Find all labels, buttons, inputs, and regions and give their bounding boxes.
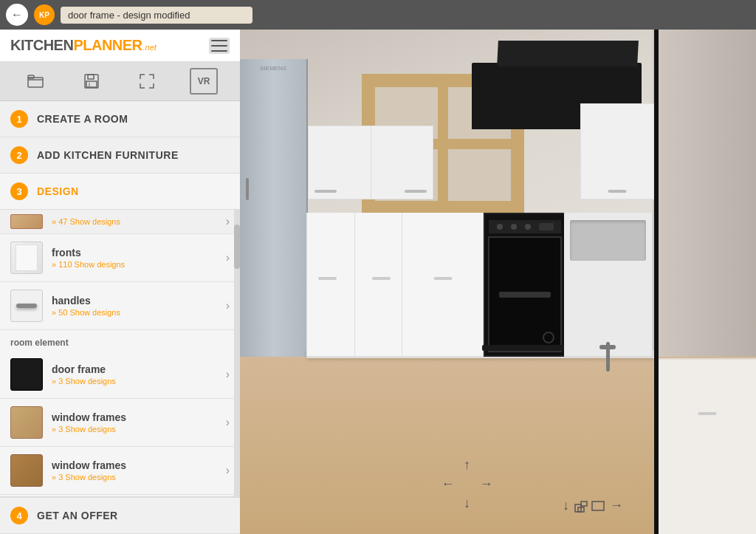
- category-handles[interactable]: handles » 50 Show designs ›: [0, 282, 240, 330]
- faucet: [599, 342, 616, 349]
- svg-rect-9: [592, 502, 604, 510]
- nav-controls: ↑ ← → ↓: [439, 456, 495, 512]
- fridge-brand: SIEMENS: [244, 65, 303, 72]
- partial-category[interactable]: » 47 Show designs ›: [0, 210, 240, 234]
- oven-door: [488, 236, 562, 352]
- app-title: KITCHENPLANNER .net: [10, 37, 157, 54]
- door-frame-name: door frame: [52, 363, 226, 375]
- upper-handle-1: [405, 190, 427, 193]
- nav-down-2[interactable]: ↓: [563, 498, 569, 513]
- svg-rect-4: [86, 81, 97, 87]
- bc1-divider: [354, 213, 355, 356]
- sidebar-logo: KITCHENPLANNER .net: [0, 30, 240, 62]
- oven-controls: [489, 220, 561, 233]
- step-1-num: 1: [10, 110, 28, 128]
- window-frames-1-name: window frames: [52, 411, 226, 423]
- partial-arrow: ›: [226, 215, 230, 228]
- fullscreen-button[interactable]: [134, 68, 160, 95]
- upper-divider: [371, 126, 371, 199]
- step-2[interactable]: 2 ADD KITCHEN FURNITURE: [0, 137, 240, 174]
- handles-sub: » 50 Show designs: [52, 308, 226, 317]
- logo-kitchen: KITCHEN: [10, 37, 73, 54]
- step-3-label: DESIGN: [37, 185, 79, 197]
- nav-up[interactable]: ↑: [464, 457, 470, 473]
- step-1[interactable]: 1 CREATE A ROOM: [0, 101, 240, 137]
- bc2-handle: [433, 277, 452, 280]
- step-4[interactable]: 4 GET AN OFFER: [0, 496, 240, 534]
- nav-down[interactable]: ↓: [464, 496, 470, 511]
- oven-display: [539, 223, 554, 230]
- oven-knob-3: [525, 224, 531, 230]
- fronts-info: fronts » 110 Show designs: [52, 247, 226, 269]
- nav-left[interactable]: ←: [441, 476, 455, 492]
- oven-knob-2: [511, 224, 517, 230]
- status-input[interactable]: [61, 7, 252, 24]
- fronts-thumb-inner: [16, 244, 38, 271]
- fridge-handle: [246, 178, 249, 200]
- svg-rect-3: [88, 75, 94, 79]
- right-door-frame: [654, 30, 756, 534]
- bc1-handle-l: [318, 277, 337, 280]
- category-fronts[interactable]: fronts » 110 Show designs ›: [0, 234, 240, 282]
- view-mode-icons: [574, 499, 605, 513]
- canvas-area[interactable]: SIEMENS: [240, 30, 756, 534]
- handles-arrow: ›: [226, 299, 230, 312]
- step-2-label: ADD KITCHEN FURNITURE: [37, 149, 179, 161]
- logo-net: .net: [143, 43, 157, 52]
- vr-button[interactable]: VR: [190, 68, 218, 95]
- door-frame-info: door frame » 3 Show designs: [52, 363, 226, 386]
- right-wall-cabinet: [580, 103, 654, 199]
- handles-thumb-inner: [16, 304, 37, 308]
- window-frames-1-arrow: ›: [226, 416, 230, 429]
- save-button[interactable]: [78, 68, 105, 95]
- window-frames-1-thumb: [10, 406, 43, 439]
- step-2-num: 2: [10, 146, 28, 164]
- category-window-frames-1[interactable]: window frames » 3 Show designs ›: [0, 399, 240, 447]
- base-cabinet-2: [402, 213, 484, 357]
- upper-handle-2: [315, 190, 337, 193]
- step-1-label: CREATE A ROOM: [37, 113, 128, 125]
- partial-sub: » 47 Show designs: [52, 217, 120, 226]
- sidebar-toolbar: VR: [0, 62, 240, 101]
- door-frame-arrow: ›: [226, 368, 230, 381]
- nav-right-2[interactable]: →: [610, 498, 623, 513]
- nav-right[interactable]: →: [480, 476, 493, 492]
- top-bar: ← KP: [0, 0, 756, 30]
- right-base-cabinet: [659, 358, 756, 534]
- window-frames-1-sub: » 3 Show designs: [52, 425, 226, 434]
- kitchen-scene: SIEMENS: [240, 30, 756, 534]
- back-button[interactable]: ←: [6, 4, 28, 26]
- room-element-title: room element: [0, 330, 240, 351]
- faucet-spout: [599, 345, 616, 349]
- upper-cabinet-left: [308, 126, 433, 199]
- oven: [484, 213, 566, 357]
- main-layout: KITCHENPLANNER .net VR 1 CREATE A ROOM: [0, 30, 756, 534]
- refrigerator: SIEMENS: [240, 59, 308, 357]
- window-frames-2-thumb: [10, 454, 43, 487]
- view-flat-icon[interactable]: [591, 499, 605, 513]
- open-button[interactable]: [22, 68, 49, 95]
- rbc-handle: [698, 412, 717, 415]
- range-hood-duct: [497, 41, 639, 66]
- rwc-handle: [608, 190, 627, 193]
- scroll-thumb[interactable]: [234, 225, 240, 269]
- logo-planner: PLANNER: [73, 37, 142, 54]
- scrollbar[interactable]: [234, 210, 240, 496]
- handles-thumb: [10, 290, 43, 322]
- svg-rect-0: [28, 78, 43, 87]
- window-frames-2-name: window frames: [52, 459, 226, 471]
- oven-knob-1: [497, 224, 503, 230]
- category-window-frames-2[interactable]: window frames » 3 Show designs ›: [0, 447, 240, 495]
- sink-cabinet: [564, 213, 653, 357]
- oven-brand: [543, 332, 554, 343]
- handles-info: handles » 50 Show designs: [52, 295, 226, 317]
- view-controls: ↓ →: [563, 498, 623, 513]
- logo-icon: KP: [34, 4, 55, 25]
- menu-icon[interactable]: [209, 38, 230, 54]
- view-3d-icon[interactable]: [574, 499, 588, 513]
- handles-name: handles: [52, 295, 226, 307]
- window-frames-2-info: window frames » 3 Show designs: [52, 459, 226, 482]
- step-3[interactable]: 3 DESIGN: [0, 174, 240, 210]
- category-door-frame[interactable]: door frame » 3 Show designs ›: [0, 351, 240, 399]
- design-content: » 47 Show designs › fronts » 110 Show de…: [0, 210, 240, 496]
